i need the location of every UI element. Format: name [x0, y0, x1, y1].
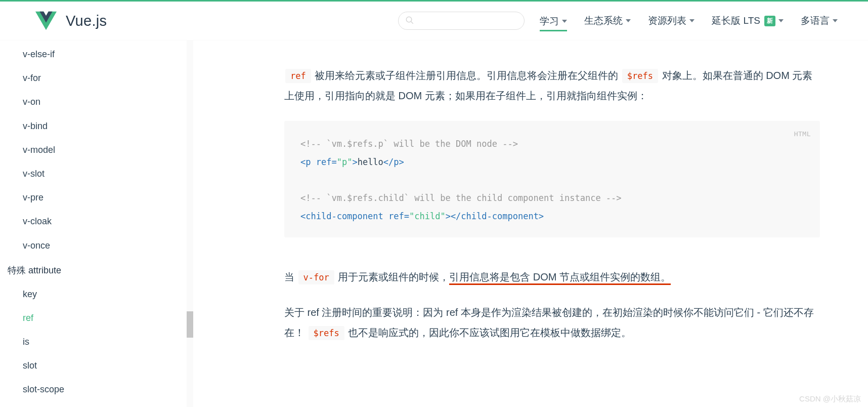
emphasized-text: 引用信息将是包含 DOM 节点或组件实例的数组。 — [449, 271, 671, 285]
vue-logo-icon — [35, 10, 57, 31]
chevron-down-icon — [778, 19, 784, 22]
sidebar-item[interactable]: slot-scope — [8, 378, 193, 401]
nav-ecosystem[interactable]: 生态系统 — [584, 10, 631, 31]
sidebar-item[interactable]: v-cloak — [8, 210, 193, 233]
code-vfor: v-for — [298, 270, 334, 284]
chevron-down-icon — [689, 19, 695, 22]
sidebar-item[interactable]: key — [8, 282, 193, 306]
sidebar: v-else-ifv-forv-onv-bindv-modelv-slotv-p… — [0, 40, 193, 407]
brand-name: Vue.js — [66, 13, 107, 29]
code-refs-2: $refs — [309, 326, 344, 340]
sidebar-item[interactable]: is — [8, 330, 193, 354]
search-box[interactable] — [398, 12, 525, 30]
main-content: ref 被用来给元素或子组件注册引用信息。引用信息将会注册在父组件的 $refs… — [193, 40, 868, 407]
watermark: CSDN @小秋菇凉 — [799, 394, 861, 404]
sidebar-item[interactable]: slot — [8, 354, 193, 378]
sidebar-item[interactable]: v-model — [8, 138, 193, 162]
scrollbar-thumb[interactable] — [187, 311, 193, 338]
top-nav: 学习 生态系统 资源列表 延长版 LTS新 多语言 — [540, 10, 838, 31]
sidebar-item[interactable]: v-once — [8, 234, 193, 258]
chevron-down-icon — [833, 19, 838, 22]
svg-line-1 — [411, 21, 414, 24]
code-ref: ref — [285, 69, 311, 83]
sidebar-item[interactable]: v-slot — [8, 162, 193, 186]
paragraph-note: 关于 ref 注册时间的重要说明：因为 ref 本身是作为渲染结果被创建的，在初… — [284, 302, 820, 343]
code-refs-1: $refs — [622, 69, 658, 83]
chevron-down-icon — [626, 19, 631, 22]
new-badge: 新 — [764, 16, 775, 26]
sidebar-item[interactable]: v-for — [8, 66, 193, 90]
nav-lang[interactable]: 多语言 — [801, 10, 838, 31]
chevron-down-icon — [562, 20, 567, 23]
search-icon — [405, 16, 414, 25]
nav-resources[interactable]: 资源列表 — [648, 10, 695, 31]
scrollbar-track — [187, 40, 193, 407]
svg-point-0 — [407, 17, 412, 22]
sidebar-item[interactable]: v-else-if — [8, 43, 193, 66]
header: Vue.js 学习 生态系统 资源列表 延长版 LTS新 多语言 — [0, 2, 868, 40]
sidebar-item[interactable]: v-bind — [8, 114, 193, 138]
code-block: HTML <!-- `vm.$refs.p` will be the DOM n… — [284, 121, 820, 237]
search-input[interactable] — [398, 12, 525, 30]
logo[interactable]: Vue.js — [35, 10, 107, 31]
nav-lts[interactable]: 延长版 LTS新 — [712, 10, 784, 31]
sidebar-item[interactable]: v-on — [8, 90, 193, 114]
paragraph-intro: ref 被用来给元素或子组件注册引用信息。引用信息将会注册在父组件的 $refs… — [284, 65, 820, 106]
code-lang-label: HTML — [794, 127, 811, 141]
nav-learn[interactable]: 学习 — [540, 11, 567, 31]
paragraph-vfor: 当 v-for 用于元素或组件的时候，引用信息将是包含 DOM 节点或组件实例的… — [284, 267, 820, 287]
sidebar-item[interactable]: v-pre — [8, 186, 193, 210]
sidebar-item[interactable]: ref — [8, 306, 193, 330]
sidebar-section-heading: 特殊 attribute — [8, 258, 193, 282]
